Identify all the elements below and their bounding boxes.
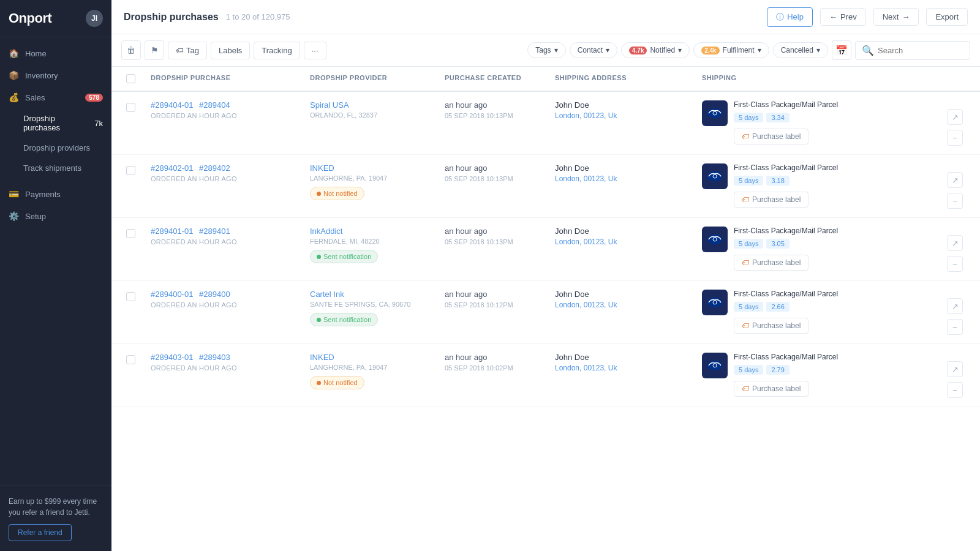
shipping-info: First-Class Package/Mail Parcel 5 days 2…	[734, 353, 935, 397]
row-checkbox[interactable]	[126, 229, 135, 238]
help-button[interactable]: ⓘ Help	[767, 7, 813, 27]
order-ref-link[interactable]: #289403	[199, 353, 230, 362]
row-checkbox[interactable]	[126, 166, 135, 175]
open-external-button[interactable]: ↗	[947, 235, 963, 251]
provider-name[interactable]: INKED	[310, 353, 435, 362]
order-ref-link[interactable]: #289404	[199, 100, 230, 110]
provider-name[interactable]: Spiral USA	[310, 100, 435, 110]
filter-contact[interactable]: Contact ▾	[570, 42, 617, 58]
table-row: #289403-01 #289403 ORDERED AN HOUR AGO I…	[111, 344, 980, 407]
col-shipping-address: SHIPPING ADDRESS	[550, 67, 697, 91]
table-row: #289401-01 #289401 ORDERED AN HOUR AGO I…	[111, 218, 980, 281]
tag-label: Tag	[186, 46, 199, 55]
order-ref-link[interactable]: #289402	[199, 163, 230, 173]
sidebar-item-label: Sales	[25, 93, 45, 102]
order-ref-link[interactable]: #289400	[199, 290, 230, 299]
purchase-label-button[interactable]: 🏷 Purchase label	[734, 381, 809, 397]
tag-button[interactable]: 🏷 Tag	[168, 42, 207, 59]
filter-notified[interactable]: 4.7k Notified ▾	[621, 42, 690, 58]
prev-icon: ←	[829, 12, 837, 21]
purchase-label-button[interactable]: 🏷 Purchase label	[734, 255, 809, 271]
search-input[interactable]	[878, 46, 963, 55]
search-icon: 🔍	[862, 45, 874, 56]
remove-button[interactable]: −	[947, 193, 963, 209]
delete-button[interactable]: 🗑	[121, 40, 141, 60]
dropship-provider-cell: Spiral USA ORLANDO, FL, 32837	[305, 92, 440, 127]
remove-button[interactable]: −	[947, 130, 963, 146]
next-button[interactable]: Next →	[873, 8, 919, 26]
purchase-created-cell: an hour ago 05 SEP 2018 10:02PM	[440, 344, 550, 380]
label-icon: 🏷	[742, 258, 749, 267]
date-secondary: 05 SEP 2018 10:02PM	[445, 364, 545, 372]
dropship-purchase-cell: #289401-01 #289401 ORDERED AN HOUR AGO	[146, 218, 305, 254]
refer-friend-button[interactable]: Refer a friend	[9, 524, 72, 541]
next-label: Next	[883, 12, 899, 21]
open-external-button[interactable]: ↗	[947, 172, 963, 188]
ship-price-tag: 3.34	[766, 113, 789, 122]
select-all-checkbox[interactable]	[126, 74, 135, 83]
open-external-button[interactable]: ↗	[947, 109, 963, 125]
sidebar-item-inventory[interactable]: 📦 Inventory	[0, 64, 111, 86]
order-sub: ORDERED AN HOUR AGO	[151, 238, 300, 246]
page-header: Dropship purchases 1 to 20 of 120,975 ⓘ …	[111, 0, 980, 34]
date-primary: an hour ago	[445, 100, 545, 110]
filter-cancelled[interactable]: Cancelled ▾	[773, 42, 828, 58]
shipping-info: First-Class Package/Mail Parcel 5 days 2…	[734, 290, 935, 334]
col-dropship-purchase: DROPSHIP PURCHASE	[146, 67, 305, 91]
sidebar-item-setup[interactable]: ⚙️ Setup	[0, 205, 111, 227]
row-checkbox[interactable]	[126, 355, 135, 364]
row-checkbox[interactable]	[126, 103, 135, 112]
calendar-button[interactable]: 📅	[832, 40, 851, 60]
label-icon: 🏷	[742, 321, 749, 330]
ship-price-tag: 2.79	[766, 365, 789, 375]
prev-button[interactable]: ← Prev	[820, 8, 866, 26]
row-checkbox-cell	[121, 281, 146, 310]
dropship-purchase-cell: #289400-01 #289400 ORDERED AN HOUR AGO	[146, 281, 305, 317]
purchase-created-cell: an hour ago 05 SEP 2018 10:13PM	[440, 155, 550, 191]
sidebar-item-track-shipments[interactable]: Track shipments	[0, 158, 111, 178]
more-button[interactable]: ···	[304, 42, 326, 59]
shipping-address-cell: John Doe London, 00123, Uk	[550, 218, 697, 255]
tracking-button[interactable]: Tracking	[254, 42, 300, 59]
purchase-label-button[interactable]: 🏷 Purchase label	[734, 129, 809, 144]
purchase-label-button[interactable]: 🏷 Purchase label	[734, 192, 809, 208]
app-logo: Onport	[9, 10, 51, 26]
order-ref-link[interactable]: #289401	[199, 227, 230, 236]
toolbar: 🗑 ⚑ 🏷 Tag Labels Tracking ··· Tags ▾ Con…	[111, 34, 980, 67]
row-actions: ↗ −	[944, 290, 965, 335]
shipping-type: First-Class Package/Mail Parcel	[734, 163, 935, 172]
row-actions: ↗ −	[944, 100, 965, 146]
export-button[interactable]: Export	[926, 8, 968, 26]
sidebar-item-sales[interactable]: 💰 Sales 578	[0, 86, 111, 108]
provider-name[interactable]: Cartel Ink	[310, 290, 435, 299]
remove-button[interactable]: −	[947, 382, 963, 398]
order-id-link[interactable]: #289402-01	[151, 163, 193, 173]
provider-location: SANTE FE SPRINGS, CA, 90670	[310, 301, 435, 308]
provider-name[interactable]: InkAddict	[310, 227, 435, 236]
open-external-button[interactable]: ↗	[947, 361, 963, 377]
purchase-label-button[interactable]: 🏷 Purchase label	[734, 318, 809, 334]
row-checkbox[interactable]	[126, 292, 135, 301]
filter-fulfilment[interactable]: 2.4k Fulfilment ▾	[693, 42, 769, 58]
label-icon: 🏷	[742, 132, 749, 141]
flag-button[interactable]: ⚑	[145, 40, 164, 60]
order-id-link[interactable]: #289401-01	[151, 227, 193, 236]
provider-name[interactable]: INKED	[310, 163, 435, 173]
sidebar-item-dropship-purchases[interactable]: Dropship purchases 7k	[0, 108, 111, 138]
labels-button[interactable]: Labels	[211, 42, 250, 59]
order-id-link[interactable]: #289403-01	[151, 353, 193, 362]
order-id-link[interactable]: #289400-01	[151, 290, 193, 299]
filter-tags[interactable]: Tags ▾	[527, 42, 565, 58]
remove-button[interactable]: −	[947, 319, 963, 335]
sidebar-item-dropship-providers[interactable]: Dropship providers	[0, 138, 111, 158]
order-id-link[interactable]: #289404-01	[151, 100, 193, 110]
remove-button[interactable]: −	[947, 256, 963, 272]
open-external-button[interactable]: ↗	[947, 298, 963, 314]
dropship-provider-cell: INKED LANGHORNE, PA, 19047 Not notified	[305, 344, 440, 398]
row-actions-cell: ↗ −	[940, 281, 970, 343]
avatar[interactable]: JI	[86, 10, 103, 27]
filter-cancelled-label: Cancelled	[781, 46, 813, 54]
table-row: #289404-01 #289404 ORDERED AN HOUR AGO S…	[111, 92, 980, 155]
sidebar-item-payments[interactable]: 💳 Payments	[0, 183, 111, 205]
sidebar-item-home[interactable]: 🏠 Home	[0, 42, 111, 64]
